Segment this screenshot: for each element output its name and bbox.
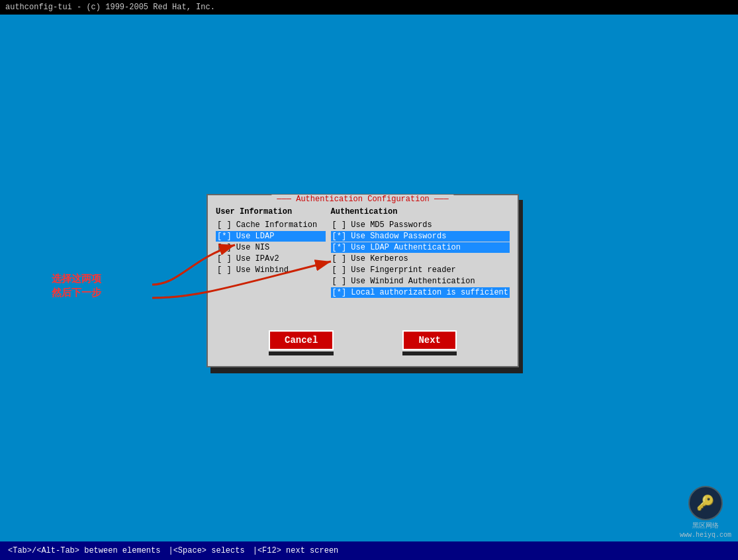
auth-heading: Authentication xyxy=(331,207,510,216)
annotation-line2: 然后下一步 xyxy=(52,287,101,298)
space-hint: <Space> selects xyxy=(173,546,245,555)
nis-item[interactable]: [ ] Use NIS xyxy=(216,242,326,253)
top-bar: authconfig-tui - (c) 1999-2005 Red Hat, … xyxy=(0,0,738,15)
cache-item[interactable]: [ ] Cache Information xyxy=(216,220,326,230)
user-info-heading: User Information xyxy=(216,207,326,216)
cancel-shadow xyxy=(269,351,334,355)
ldap-auth-item[interactable]: [*] Use LDAP Authentication xyxy=(331,242,510,253)
annotation-line1: 选择这两项 xyxy=(52,273,101,284)
auth-column: Authentication [ ] Use MD5 Passwords [*]… xyxy=(331,207,510,321)
dialog-title: ─── Authentication Configuration ─── xyxy=(271,195,453,204)
dialog-buttons: Cancel Next xyxy=(208,330,518,355)
winbind-item[interactable]: [ ] Use Winbind xyxy=(216,265,326,275)
next-button[interactable]: Next xyxy=(402,330,457,350)
annotation: 选择这两项 然后下一步 xyxy=(52,271,101,299)
top-bar-text: authconfig-tui - (c) 1999-2005 Red Hat, … xyxy=(5,3,215,12)
next-shadow xyxy=(402,351,457,355)
sep2: | xyxy=(253,546,257,555)
fingerprint-item[interactable]: [ ] Use Fingerprint reader xyxy=(331,265,510,275)
watermark: 🔑 黑区网络 www.heiyq.com xyxy=(680,486,731,540)
dialog: ─── Authentication Configuration ─── Use… xyxy=(207,194,519,367)
bottom-bar: <Tab>/<Alt-Tab> between elements | <Spac… xyxy=(0,541,738,560)
watermark-icon: 🔑 xyxy=(688,486,723,520)
dialog-content: User Information [ ] Cache Information [… xyxy=(208,195,518,328)
sep1: | xyxy=(168,546,173,555)
next-wrapper: Next xyxy=(402,330,457,355)
cancel-wrapper: Cancel xyxy=(269,330,334,355)
local-auth-item[interactable]: [*] Local authorization is sufficient xyxy=(331,287,510,298)
watermark-text: 黑区网络 www.heiyq.com xyxy=(680,522,731,540)
user-info-column: User Information [ ] Cache Information [… xyxy=(216,207,326,321)
f12-hint: <F12> next screen xyxy=(257,546,338,555)
ipav2-item[interactable]: [ ] Use IPAv2 xyxy=(216,254,326,264)
tab-hint: <Tab>/<Alt-Tab> between elements xyxy=(8,546,160,555)
winbind-auth-item[interactable]: [ ] Use Winbind Authentication xyxy=(331,276,510,287)
ldap-item[interactable]: [*] Use LDAP xyxy=(216,231,326,242)
kerberos-item[interactable]: [ ] Use Kerberos xyxy=(331,254,510,264)
md5-item[interactable]: [ ] Use MD5 Passwords xyxy=(331,220,510,230)
shadow-item[interactable]: [*] Use Shadow Passwords xyxy=(331,231,510,242)
cancel-button[interactable]: Cancel xyxy=(269,330,334,350)
